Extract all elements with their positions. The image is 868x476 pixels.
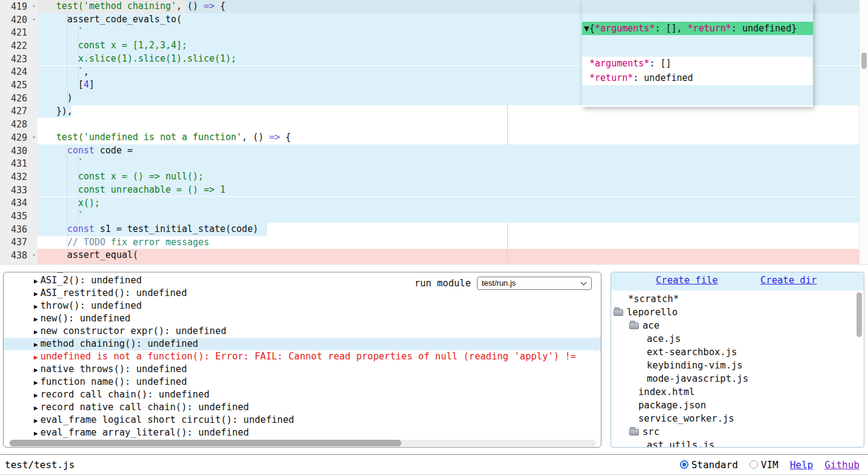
create-dir-link[interactable]: Create dir: [760, 275, 817, 286]
file-tree-item[interactable]: package.json: [638, 399, 706, 412]
expand-arrow-icon[interactable]: ▶: [34, 290, 38, 298]
code-line[interactable]: `: [45, 210, 83, 223]
gutter-line-number[interactable]: 431: [0, 157, 37, 170]
code-line[interactable]: x();: [45, 197, 100, 210]
gutter-line-number[interactable]: 430: [0, 144, 37, 158]
code-line[interactable]: // TODO fix error messages: [45, 236, 209, 249]
gutter-line-number[interactable]: 434: [0, 197, 37, 210]
expand-arrow-icon[interactable]: ▶: [34, 328, 38, 336]
code-line[interactable]: const x = () => null();: [45, 170, 204, 184]
console-entry[interactable]: ▶eval_frame logical short circuit(): und…: [4, 414, 601, 426]
file-tree-item[interactable]: ace.js: [647, 332, 681, 346]
gutter-line-number[interactable]: 425: [0, 79, 37, 92]
fold-marker-icon[interactable]: ▾: [33, 2, 36, 10]
gutter-line-number[interactable]: 433: [0, 184, 37, 197]
expand-arrow-icon[interactable]: ▶: [34, 272, 38, 272]
value-inspector-summary[interactable]: ▼{*arguments*: [], *return*: undefined}: [582, 22, 813, 35]
console-entry[interactable]: ▶record native call chain(): undefined: [4, 401, 601, 414]
console-entry[interactable]: ▶method chaining(): undefined: [4, 338, 601, 350]
console-entry[interactable]: ▶record call chain(): undefined: [4, 388, 601, 401]
fold-marker-icon[interactable]: ▾: [33, 133, 36, 141]
file-tree-scrollbar-thumb[interactable]: [857, 292, 862, 337]
expand-arrow-icon[interactable]: ▶: [34, 315, 38, 323]
code-line[interactable]: assert_equal(: [45, 249, 138, 262]
console-entry[interactable]: ▶throw(): undefined: [4, 300, 601, 312]
gutter-line-number[interactable]: 436: [0, 223, 37, 236]
code-line[interactable]: const s1 = test_initial_state(code): [45, 223, 258, 236]
gutter-line-number[interactable]: 421: [0, 26, 37, 39]
console-panel[interactable]: run module test/run.js ▶ASI_1(): undefin…: [3, 272, 601, 448]
code-line[interactable]: x.slice(1).slice(1).slice(1);: [45, 53, 236, 66]
console-entry[interactable]: ▶native throws(): undefined: [4, 363, 601, 376]
code-line[interactable]: ): [45, 92, 73, 105]
radio-standard-icon[interactable]: [680, 460, 688, 469]
editor-gutter[interactable]: 419▾420▾421422423424425426427428429▾4304…: [0, 0, 37, 265]
gutter-line-number[interactable]: 426: [0, 92, 37, 105]
file-tree-item[interactable]: ext-searchbox.js: [647, 346, 737, 359]
editor-vertical-scrollbar[interactable]: [859, 0, 868, 265]
file-tree-item[interactable]: ast_utils.js: [647, 439, 714, 448]
code-line[interactable]: `,: [45, 66, 89, 79]
gutter-line-number[interactable]: 419▾: [0, 0, 37, 13]
code-line[interactable]: test('method chaining', () => {: [45, 0, 225, 13]
expand-arrow-icon[interactable]: ▶: [34, 366, 38, 374]
gutter-line-number[interactable]: 432: [0, 170, 37, 184]
fold-marker-icon[interactable]: ▾: [33, 251, 36, 259]
console-scrollbar-thumb[interactable]: [10, 440, 401, 446]
code-line[interactable]: [4]: [45, 79, 94, 92]
editor-scrollbar-thumb[interactable]: [861, 53, 867, 69]
run-module-select[interactable]: test/run.js: [477, 277, 592, 290]
gutter-line-number[interactable]: 424: [0, 66, 37, 79]
console-entry[interactable]: ▶eval_frame array_literal(): undefined: [4, 426, 601, 439]
code-line[interactable]: const code =: [45, 144, 133, 158]
help-link[interactable]: Help: [790, 459, 814, 471]
code-line[interactable]: root_calltree_node(s1): [45, 262, 198, 265]
github-link[interactable]: Github: [824, 459, 860, 471]
fold-marker-icon[interactable]: ▾: [33, 16, 36, 23]
gutter-line-number[interactable]: 427: [0, 105, 37, 118]
file-tree-item[interactable]: ace: [629, 319, 659, 332]
expand-arrow-icon[interactable]: ▶: [34, 303, 38, 310]
gutter-line-number[interactable]: 423: [0, 53, 37, 66]
file-tree-item[interactable]: src: [629, 425, 659, 439]
gutter-line-number[interactable]: 429▾: [0, 131, 37, 144]
file-tree-item[interactable]: mode-javascript.js: [647, 372, 748, 385]
console-entry[interactable]: ▶new(): undefined: [4, 312, 601, 325]
file-tree-item[interactable]: service_worker.js: [638, 412, 734, 425]
expand-arrow-icon[interactable]: ▶: [34, 429, 38, 437]
gutter-line-number[interactable]: 422: [0, 39, 37, 53]
gutter-line-number[interactable]: 439: [0, 262, 37, 265]
code-line[interactable]: }),: [45, 105, 73, 118]
code-line[interactable]: const x = [1,2,3,4];: [45, 39, 187, 53]
gutter-line-number[interactable]: 437: [0, 236, 37, 249]
console-entry[interactable]: ▶function name(): undefined: [4, 376, 601, 388]
gutter-line-number[interactable]: 428: [0, 118, 37, 131]
expand-arrow-icon[interactable]: ▶: [34, 404, 38, 412]
gutter-line-number[interactable]: 435: [0, 210, 37, 223]
code-line[interactable]: `: [45, 26, 83, 39]
code-line[interactable]: assert_code_evals_to(: [45, 13, 182, 27]
file-tree-item[interactable]: index.html: [638, 385, 695, 399]
expand-arrow-icon[interactable]: ▶: [34, 379, 38, 387]
console-horizontal-scrollbar[interactable]: [8, 440, 596, 446]
file-tree-item[interactable]: *scratch*: [628, 292, 679, 306]
expand-arrow-icon[interactable]: ▶: [34, 277, 38, 285]
create-file-link[interactable]: Create file: [656, 275, 718, 286]
keybinding-option-vim[interactable]: VIM: [750, 459, 779, 471]
code-line[interactable]: test('undefined is not a function', () =…: [45, 131, 291, 144]
code-line[interactable]: const unreachable = () => 1: [45, 184, 225, 197]
code-line[interactable]: `: [45, 157, 83, 170]
radio-vim-icon[interactable]: [750, 460, 758, 469]
expand-arrow-icon[interactable]: ▶: [34, 391, 38, 399]
console-entry[interactable]: ▶undefined is not a function(): Error: F…: [4, 350, 601, 363]
expand-arrow-icon[interactable]: ▶: [34, 417, 38, 425]
gutter-line-number[interactable]: 438▾: [0, 249, 37, 262]
keybinding-option-standard[interactable]: Standard: [680, 459, 738, 471]
console-entry[interactable]: ▶new constructor expr(): undefined: [4, 325, 601, 338]
expand-arrow-icon[interactable]: ▶: [34, 353, 38, 361]
file-tree-item[interactable]: leporello: [614, 306, 678, 319]
file-tree-item[interactable]: keybinding-vim.js: [647, 359, 743, 372]
expand-arrow-icon[interactable]: ▶: [34, 341, 38, 349]
gutter-line-number[interactable]: 420▾: [0, 13, 37, 27]
code-editor[interactable]: test('method chaining', () => { assert_c…: [0, 0, 868, 265]
